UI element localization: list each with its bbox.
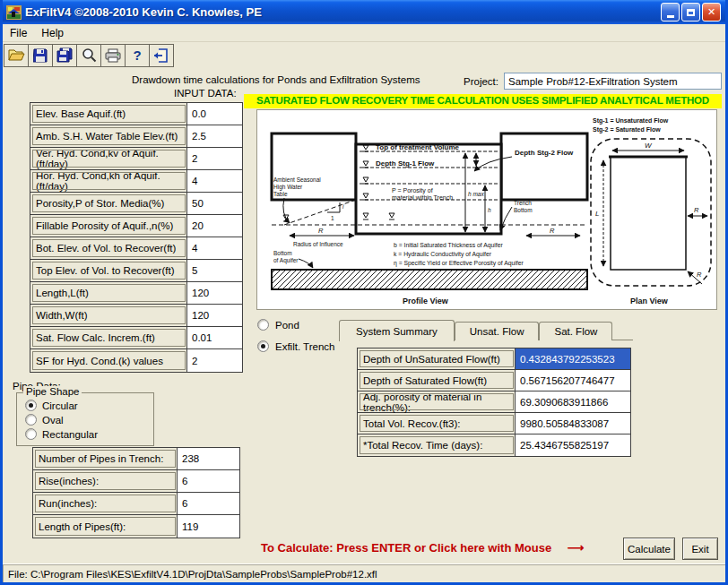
minimize-button[interactable] (661, 3, 680, 22)
table-row: SF for Hyd. Cond.(k) values2 (30, 349, 242, 372)
statusbar-file-path: File: C:\Program Files\KES\ExfiltV4.1D\P… (8, 569, 377, 580)
row-value[interactable]: 6 (178, 470, 239, 492)
calculate-button[interactable]: Calculate (623, 538, 675, 560)
row-value[interactable]: 2.5 (187, 125, 242, 147)
row-value[interactable]: 2 (187, 349, 242, 372)
row-label: Run(inches): (33, 493, 178, 514)
main-content: Drawdown time calculations for Ponds and… (3, 68, 725, 563)
radio-exfilt-trench-label: Exfilt. Trench (275, 341, 334, 352)
table-row: Bot. Elev. of Vol. to Recover(ft)4 (30, 237, 242, 260)
diagram-label-top-volume: Top of treatment Volume (376, 143, 460, 151)
radio-pond[interactable]: Pond (257, 319, 299, 331)
legend-stg2: Stg-2 = Saturated Flow (593, 126, 661, 133)
help-icon: ? (133, 47, 141, 63)
radio-oval[interactable]: Oval (25, 414, 153, 426)
table-row: Run(inches):6 (33, 493, 239, 515)
row-value[interactable]: 120 (187, 305, 242, 326)
calculate-prompt-text: To Calculate: Press ENTER or Click here … (261, 541, 551, 555)
row-label: Rise(inches): (33, 470, 178, 492)
row-value[interactable]: 6 (178, 493, 239, 514)
table-row: Depth of Saturated Flow(ft)0.56715620774… (358, 370, 630, 391)
printer-icon (105, 48, 121, 63)
radio-circular-icon (25, 400, 37, 411)
menu-help[interactable]: Help (34, 25, 71, 41)
table-row: Ver. Hyd. Cond,kv of Aquif.(ft/day)2 (30, 148, 242, 170)
row-label: *Total Recov. Time (days): (358, 434, 516, 456)
help-button[interactable]: ? (125, 44, 150, 67)
exit-button[interactable] (149, 44, 174, 67)
exit-door-icon (153, 48, 169, 63)
row-value[interactable]: 0.0 (187, 103, 242, 125)
diagram-note-k: k = Hydraulic Conductivity of Aquifer (394, 251, 492, 258)
magnifier-icon (82, 47, 97, 63)
radio-exfilt-trench[interactable]: Exfilt. Trench (257, 340, 334, 352)
table-row: Number of Pipes in Trench:238 (33, 448, 239, 470)
diagram-label-bottom-aq-2: of Aquifer (273, 257, 299, 264)
radio-circular[interactable]: Circular (25, 400, 153, 411)
table-row: Length,L(ft)120 (30, 282, 242, 305)
row-label: Sat. Flow Calc. Increm.(ft) (30, 327, 187, 348)
row-value[interactable]: 119 (178, 515, 239, 538)
tab-unsat-flow[interactable]: Unsat. Flow (455, 322, 540, 340)
radio-pond-icon (257, 319, 269, 331)
exit-app-button[interactable]: Exit (682, 538, 718, 560)
row-value[interactable]: 69.3090683911866 (516, 391, 630, 412)
row-value[interactable]: 50 (187, 193, 242, 214)
row-value[interactable]: 238 (178, 448, 239, 469)
diagram-label-r-left: R (318, 227, 324, 235)
diagram-label-hmax: h max (468, 191, 484, 197)
row-value[interactable]: 0.567156207746477 (516, 370, 630, 391)
row-value[interactable]: 2 (187, 148, 242, 169)
row-value[interactable]: 120 (187, 282, 242, 304)
maximize-icon (687, 9, 695, 16)
app-window: ExFiltV4 ©2008-2010 Kevin C. Knowles, PE… (0, 0, 728, 585)
long-arrow-icon: ⟶ (568, 541, 585, 555)
menu-file[interactable]: File (3, 25, 34, 41)
row-value[interactable]: 9980.50584833087 (516, 413, 630, 434)
tab-system-summary[interactable]: System Summary (339, 320, 455, 341)
plan-label-r-side: R (694, 206, 699, 214)
radio-oval-icon (25, 414, 37, 426)
table-row: Top Elev. of Vol. to Recover(ft)5 (30, 260, 242, 282)
print-button[interactable] (100, 44, 126, 67)
close-button[interactable]: ✕ (702, 3, 721, 22)
radio-pond-label: Pond (275, 320, 299, 331)
diagram-svg: Top of treatment Volume Depth Stg-1 Flow… (257, 110, 716, 309)
radio-exfilt-trench-icon (257, 340, 269, 352)
radio-oval-label: Oval (42, 415, 64, 426)
row-value[interactable]: 4 (187, 237, 242, 259)
plan-view-caption: Plan View (630, 297, 669, 305)
zoom-button[interactable] (76, 44, 101, 67)
system-diagram: Top of treatment Volume Depth Stg-1 Flow… (256, 109, 717, 310)
save-all-icon (56, 47, 73, 63)
diagram-label-h: h (488, 207, 491, 213)
row-value[interactable]: 4 (187, 170, 242, 192)
save-button[interactable] (28, 44, 53, 67)
tab-sat-flow[interactable]: Sat. Flow (539, 322, 612, 340)
row-label: Amb. S.H. Water Table Elev.(ft) (30, 125, 187, 147)
row-label: Adj. porosity of material in trench(%): (358, 391, 516, 412)
minimize-icon (667, 15, 674, 18)
menubar: File Help (3, 24, 725, 42)
project-input[interactable] (504, 73, 722, 90)
row-label: Width,W(ft) (30, 305, 187, 326)
row-value[interactable]: 25.4346755825197 (516, 434, 630, 456)
row-value[interactable]: 5 (187, 260, 242, 281)
diagram-label-stg2: Depth Stg-2 Flow (515, 149, 574, 157)
table-row: Porosity,P of Stor. Media(%)50 (30, 193, 242, 215)
maximize-button[interactable] (681, 3, 700, 22)
row-label: Bot. Elev. of Vol. to Recover(ft) (30, 237, 187, 259)
table-row: *Total Recov. Time (days):25.43467558251… (358, 434, 630, 456)
save-all-button[interactable] (52, 44, 77, 67)
row-value[interactable]: 0.01 (187, 327, 242, 348)
diagram-label-trench-2: Bottom (514, 207, 533, 213)
diagram-label-radius-caption: Radius of Influence (293, 241, 343, 247)
calculate-prompt: To Calculate: Press ENTER or Click here … (261, 541, 584, 555)
open-file-button[interactable] (4, 44, 29, 67)
row-value[interactable]: 0.432843792253523 (516, 348, 630, 369)
radio-rectangular[interactable]: Rectangular (25, 428, 153, 440)
row-label: Length of Pipes(ft): (33, 515, 178, 538)
project-label: Project: (464, 76, 498, 87)
row-value[interactable]: 20 (187, 215, 242, 237)
table-row: Hor. Hyd. Cond,kh of Aquif.(ft/day)4 (30, 170, 242, 193)
